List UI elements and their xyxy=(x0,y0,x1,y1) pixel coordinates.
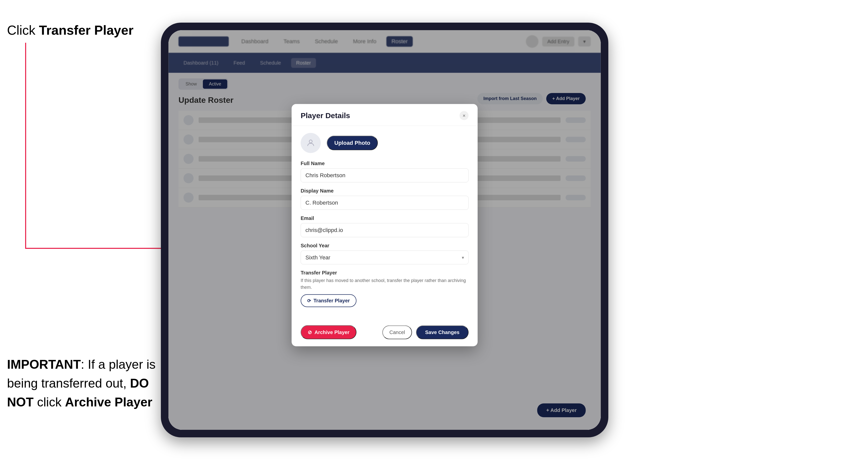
transfer-section-desc: If this player has moved to another scho… xyxy=(301,277,469,291)
transfer-btn-label: Transfer Player xyxy=(313,298,350,304)
modal-close-button[interactable]: × xyxy=(460,111,469,120)
red-vertical-line xyxy=(25,43,26,249)
modal-footer: ⊘ Archive Player Cancel Save Changes xyxy=(291,320,477,346)
school-year-select[interactable]: First Year Second Year Third Year Fourth… xyxy=(301,251,469,264)
email-group: Email xyxy=(301,215,469,237)
transfer-player-button[interactable]: ⟳ Transfer Player xyxy=(301,294,356,307)
cancel-button[interactable]: Cancel xyxy=(382,325,412,339)
school-year-group: School Year First Year Second Year Third… xyxy=(301,243,469,264)
full-name-label: Full Name xyxy=(301,161,469,166)
transfer-player-section: Transfer Player If this player has moved… xyxy=(301,270,469,307)
instruction-top: Click Transfer Player xyxy=(7,23,133,38)
tablet-screen: Dashboard Teams Schedule More Info Roste… xyxy=(168,30,601,430)
transfer-section-title: Transfer Player xyxy=(301,270,469,276)
modal-body: Upload Photo Full Name Display Name xyxy=(291,126,477,320)
display-name-input[interactable] xyxy=(301,196,469,210)
archive-player-button[interactable]: ⊘ Archive Player xyxy=(301,325,356,339)
transfer-icon: ⟳ xyxy=(307,298,311,303)
avatar-circle xyxy=(301,133,321,153)
instruction-prefix: Click xyxy=(7,23,39,37)
email-input[interactable] xyxy=(301,223,469,237)
archive-icon: ⊘ xyxy=(308,329,312,335)
svg-point-0 xyxy=(309,140,312,143)
archive-btn-label: Archive Player xyxy=(314,329,349,335)
email-label: Email xyxy=(301,215,469,221)
tablet-device: Dashboard Teams Schedule More Info Roste… xyxy=(161,23,608,437)
display-name-group: Display Name xyxy=(301,188,469,210)
photo-upload-row: Upload Photo xyxy=(301,133,469,153)
archive-player-label: Archive Player xyxy=(65,395,152,409)
modal-title: Player Details xyxy=(301,111,350,120)
instruction-bottom: IMPORTANT: If a player is being transfer… xyxy=(7,355,163,412)
school-year-label: School Year xyxy=(301,243,469,249)
full-name-input[interactable] xyxy=(301,168,469,183)
modal-overlay: Player Details × Upload Photo xyxy=(168,30,601,430)
instruction-bold: Transfer Player xyxy=(39,23,133,37)
full-name-group: Full Name xyxy=(301,161,469,183)
instruction-text2: click xyxy=(34,395,65,409)
upload-photo-button[interactable]: Upload Photo xyxy=(327,136,378,150)
display-name-label: Display Name xyxy=(301,188,469,194)
modal-header: Player Details × xyxy=(291,104,477,126)
save-changes-button[interactable]: Save Changes xyxy=(416,325,469,339)
important-label: IMPORTANT xyxy=(7,357,81,372)
player-details-modal: Player Details × Upload Photo xyxy=(291,104,477,346)
school-year-select-wrapper: First Year Second Year Third Year Fourth… xyxy=(301,251,469,264)
